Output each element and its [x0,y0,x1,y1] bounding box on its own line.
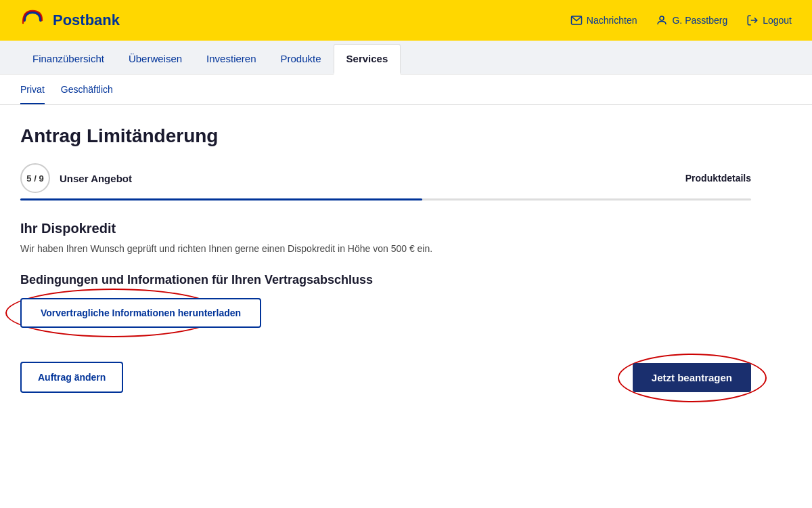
dispokredit-title: Ihr Dispokredit [20,221,751,236]
header-actions: Nachrichten G. Passtberg Logout [570,14,792,26]
step-badge: 5 / 9 [20,163,50,193]
produktdetails-link[interactable]: Produktdetails [685,173,751,184]
nachrichten-label: Nachrichten [587,15,637,26]
download-button[interactable]: Vorvertragliche Informationen herunterla… [20,298,261,328]
nav-item-services[interactable]: Services [334,44,401,75]
logo-icon [20,8,45,33]
user-button[interactable]: G. Passtberg [656,14,727,26]
logo: Postbank [20,8,120,33]
step-label: Unser Angebot [60,173,132,184]
user-label: G. Passtberg [672,15,727,26]
nav-item-produkte[interactable]: Produkte [268,45,333,75]
sub-nav: Privat Geschäftlich [0,75,812,105]
svg-point-1 [660,16,664,20]
user-icon [656,14,668,26]
logout-button[interactable]: Logout [746,14,792,26]
jetzt-beantragen-button[interactable]: Jetzt beantragen [633,363,751,392]
progress-left: 5 / 9 Unser Angebot [20,163,132,193]
postbank-logo-icon [20,8,45,33]
nav-item-finanzuebersicht[interactable]: Finanzübersicht [20,45,116,75]
mail-icon [570,14,583,26]
nachrichten-button[interactable]: Nachrichten [570,14,637,26]
main-nav: Finanzübersicht Überweisen Investieren P… [0,41,812,75]
main-content: Antrag Limitänderung 5 / 9 Unser Angebot… [0,105,771,413]
conditions-title: Bedingungen und Informationen für Ihren … [20,273,751,287]
nav-item-ueberweisen[interactable]: Überweisen [116,45,194,75]
logout-icon [746,14,759,26]
progress-section: 5 / 9 Unser Angebot Produktdetails [20,163,751,193]
progress-bar-fill [20,198,422,200]
bottom-actions: Auftrag ändern Jetzt beantragen [20,362,751,393]
auftrag-aendern-button[interactable]: Auftrag ändern [20,362,123,393]
nav-item-investieren[interactable]: Investieren [194,45,268,75]
logo-text: Postbank [53,12,120,29]
logout-label: Logout [763,15,792,26]
dispokredit-text: Wir haben Ihren Wunsch geprüft und richt… [20,243,751,254]
header: Postbank Nachrichten G. Passtberg [0,0,812,41]
sub-nav-privat[interactable]: Privat [20,84,45,104]
progress-bar-container [20,198,751,200]
jetzt-beantragen-wrapper: Jetzt beantragen [633,363,751,392]
sub-nav-geschaeftlich[interactable]: Geschäftlich [61,84,113,104]
download-button-wrapper: Vorvertragliche Informationen herunterla… [20,298,261,328]
page-title: Antrag Limitänderung [20,125,751,147]
